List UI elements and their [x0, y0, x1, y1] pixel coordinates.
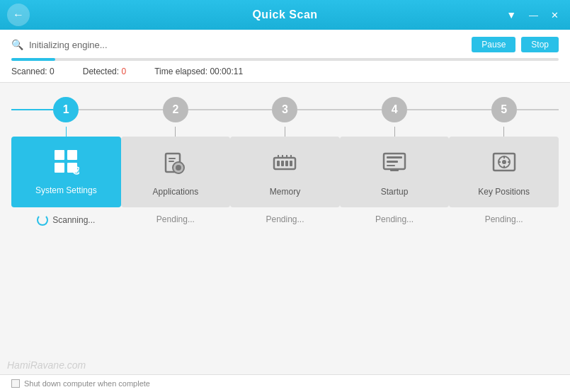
- scan-bar-area: 🔍 Initializing engine... Pause Stop Scan…: [0, 30, 570, 83]
- svg-rect-23: [390, 169, 399, 171]
- step-icon-5: [490, 148, 518, 181]
- stop-button[interactable]: Stop: [521, 37, 559, 52]
- step-line-left-4: [340, 109, 382, 110]
- progress-bar-track: [11, 58, 559, 61]
- pause-button[interactable]: Pause: [472, 37, 515, 52]
- svg-rect-14: [290, 161, 292, 166]
- step-label-1: System Settings: [35, 185, 97, 195]
- step-status-4: Pending...: [340, 207, 450, 224]
- svg-rect-17: [286, 155, 287, 158]
- step-item-2: 2 Applications Pending...: [121, 97, 231, 224]
- minimize-button[interactable]: —: [525, 8, 542, 22]
- spinner: [37, 214, 48, 226]
- scan-stats-row: Scanned: 0 Detected: 0 Time elapsed: 00:…: [11, 67, 559, 82]
- step-icon-4: [380, 148, 409, 181]
- step-label-2: Applications: [153, 187, 199, 197]
- window-title: Quick Scan: [252, 8, 317, 21]
- step-item-3: 3 Memory Pending...: [230, 97, 340, 224]
- step-item-5: 5 Key Positions Pending...: [449, 97, 559, 224]
- svg-rect-13: [285, 161, 288, 166]
- step-icon-3: [270, 148, 299, 181]
- step-status-text-4: Pending...: [375, 214, 414, 224]
- step-icon-2: [161, 148, 190, 181]
- step-status-3: Pending...: [230, 207, 340, 224]
- svg-point-7: [176, 165, 181, 171]
- search-icon: 🔍: [11, 39, 23, 50]
- filter-icon[interactable]: ▼: [502, 8, 520, 22]
- svg-rect-15: [278, 155, 279, 158]
- step-line-left-3: [230, 109, 272, 110]
- watermark: HamiRavane.com: [7, 359, 86, 371]
- step-icon-1: [52, 148, 79, 180]
- step-circle-row-1: 1: [11, 97, 121, 122]
- step-line-left-5: [449, 109, 491, 110]
- svg-point-26: [502, 160, 506, 164]
- step-circle-row-5: 5: [449, 97, 559, 122]
- svg-rect-1: [67, 150, 77, 160]
- svg-rect-18: [290, 155, 292, 158]
- step-circle-3: 3: [272, 97, 297, 122]
- svg-rect-9: [169, 161, 174, 162]
- step-circle-2: 2: [163, 97, 188, 122]
- step-card-2: Applications: [121, 137, 231, 207]
- window-controls: ▼ — ✕: [502, 8, 563, 22]
- step-line-right-3: [297, 109, 339, 110]
- detected-label: Detected: 0: [83, 67, 126, 76]
- scanned-label: Scanned: 0: [11, 67, 55, 76]
- step-circle-row-2: 2: [121, 97, 231, 122]
- shutdown-label: Shut down computer when complete: [24, 379, 150, 388]
- step-line-right-5: [517, 109, 559, 110]
- scan-input-row: 🔍 Initializing engine... Pause Stop: [11, 37, 559, 52]
- svg-point-4: [73, 167, 79, 174]
- step-label-5: Key Positions: [478, 187, 530, 197]
- step-circle-4: 4: [382, 97, 407, 122]
- back-button[interactable]: ←: [7, 4, 30, 26]
- svg-rect-11: [277, 161, 280, 166]
- steps-row: 1 System Settings Scanning... 2: [11, 97, 559, 226]
- svg-rect-8: [169, 158, 176, 159]
- step-line-left-2: [121, 109, 163, 110]
- step-dotline-4: [394, 127, 395, 137]
- svg-rect-20: [387, 156, 402, 158]
- step-line-left-1: [11, 109, 53, 110]
- step-line-right-1: [79, 109, 120, 110]
- svg-rect-22: [387, 165, 395, 166]
- step-circle-5: 5: [491, 97, 517, 122]
- step-line-right-2: [188, 109, 230, 110]
- time-label: Time elapsed: 00:00:11: [154, 67, 243, 76]
- shutdown-checkbox[interactable]: [11, 379, 20, 388]
- back-icon: ←: [13, 8, 24, 21]
- footer: Shut down computer when complete: [0, 374, 570, 392]
- svg-rect-16: [282, 155, 283, 158]
- step-circle-row-3: 3: [230, 97, 340, 122]
- step-status-text-3: Pending...: [266, 214, 304, 224]
- step-status-text-1: Scanning...: [52, 215, 95, 225]
- close-button[interactable]: ✕: [547, 8, 563, 22]
- svg-rect-12: [281, 161, 284, 166]
- main-content: 🔍 Initializing engine... Pause Stop Scan…: [0, 30, 570, 392]
- step-card-1: System Settings: [11, 137, 121, 207]
- step-status-2: Pending...: [121, 207, 231, 224]
- title-bar: ← Quick Scan ▼ — ✕: [0, 0, 570, 30]
- step-dotline-1: [66, 127, 67, 137]
- step-item-4: 4 Startup Pending...: [340, 97, 450, 224]
- step-card-5: Key Positions: [449, 137, 559, 207]
- step-status-text-2: Pending...: [156, 214, 195, 224]
- svg-rect-21: [387, 161, 398, 163]
- step-label-3: Memory: [270, 187, 300, 197]
- step-circle-1: 1: [53, 97, 79, 122]
- step-status-1: Scanning...: [11, 207, 121, 226]
- step-line-right-4: [407, 109, 449, 110]
- step-status-5: Pending...: [449, 207, 559, 224]
- step-dotline-3: [285, 127, 285, 137]
- progress-bar-fill: [11, 58, 55, 61]
- step-item-1: 1 System Settings Scanning...: [11, 97, 121, 226]
- scan-status-text: Initializing engine...: [29, 40, 466, 50]
- step-dotline-2: [175, 127, 176, 137]
- steps-section: 1 System Settings Scanning... 2: [0, 83, 570, 374]
- step-status-text-5: Pending...: [485, 214, 523, 224]
- step-card-4: Startup: [340, 137, 450, 207]
- step-label-4: Startup: [381, 187, 409, 197]
- step-circle-row-4: 4: [340, 97, 450, 122]
- svg-rect-2: [55, 163, 64, 173]
